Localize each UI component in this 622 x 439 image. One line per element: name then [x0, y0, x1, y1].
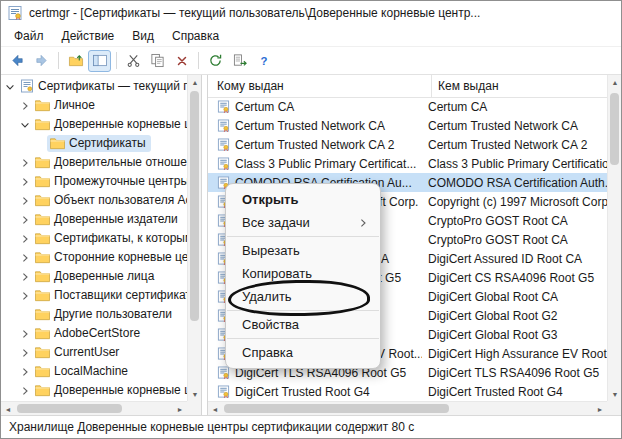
folder-icon [35, 156, 50, 169]
chevron-right-icon[interactable] [18, 329, 32, 339]
scroll-up-icon[interactable]: ▲ [608, 75, 621, 89]
list-vertical-scrollbar[interactable]: ▲ ▼ [607, 75, 621, 401]
tree-item-label: CurrentUser [54, 345, 119, 359]
tree-item[interactable]: Сертификаты [1, 134, 187, 153]
tree-item[interactable]: Объект пользователя Ас... [1, 191, 187, 210]
show-hide-tree-button[interactable] [88, 50, 111, 72]
chevron-right-icon[interactable] [18, 272, 32, 282]
folder-icon [35, 99, 50, 112]
column-header-issued-to[interactable]: Кому выдан [208, 75, 432, 97]
tree-item[interactable]: Поставщики сертификат... [1, 286, 187, 305]
tree-item[interactable]: CurrentUser [1, 343, 187, 362]
certificate-row[interactable]: DigiCert Trusted Root G4DigiCert Trusted… [208, 382, 607, 401]
scroll-down-icon[interactable]: ▼ [608, 387, 621, 401]
context-menu: ОткрытьВсе задачиВырезатьКопироватьУдали… [225, 183, 381, 369]
column-header-issued-by[interactable]: Кем выдан [432, 75, 607, 97]
chevron-down-icon[interactable] [3, 82, 17, 92]
issued-by-cell: CryptoPro GOST Root CA [422, 214, 607, 228]
chevron-right-icon[interactable] [18, 177, 32, 187]
tree-item[interactable]: Личное [1, 96, 187, 115]
menu-item-delete[interactable]: Удалить [226, 285, 380, 308]
certificate-row[interactable]: Class 3 Public Primary Certificat...Clas… [208, 154, 607, 173]
menu-item-help[interactable]: Справка [226, 341, 380, 364]
tree-item[interactable]: Доверенные издатели [1, 210, 187, 229]
certificate-row[interactable]: Certum CACertum CA [208, 97, 607, 116]
tree-item-label: Доверенные лица [54, 269, 154, 283]
menu-separator [227, 236, 379, 237]
tree-item[interactable]: Промежуточные центры... [1, 172, 187, 191]
status-text: Хранилище Доверенные корневые центры сер… [9, 420, 414, 434]
menu-item-all-tasks[interactable]: Все задачи [226, 211, 380, 234]
tree-item[interactable]: Сертификаты — текущий по... [1, 77, 187, 96]
tree-item[interactable]: Доверительные отношен... [1, 153, 187, 172]
menu-item-properties[interactable]: Свойства [226, 313, 380, 336]
tree-horizontal-scrollbar[interactable]: ◄ ► [1, 401, 187, 415]
window-title: certmgr - [Сертификаты — текущий пользов… [29, 6, 480, 20]
menubar-item[interactable]: Вид [123, 27, 163, 45]
tree-item[interactable]: Доверенные корневые ц... [1, 115, 187, 134]
menubar-item[interactable]: Действие [53, 27, 124, 45]
tree-item[interactable]: Доверенные лица [1, 267, 187, 286]
tree-vertical-scrollbar[interactable]: ▲ ▼ [187, 75, 201, 401]
tree-item[interactable]: LocalMachine [1, 362, 187, 381]
menu-item-open[interactable]: Открыть [226, 188, 380, 211]
back-button[interactable] [6, 50, 29, 72]
refresh-button[interactable] [204, 50, 227, 72]
issued-by-cell: DigiCert CS RSA4096 Root G5 [422, 271, 607, 285]
scrollbar-thumb[interactable] [610, 93, 619, 165]
export-list-button[interactable] [228, 50, 251, 72]
tree-item[interactable]: Сертификаты, к которым... [1, 229, 187, 248]
chevron-right-icon[interactable] [18, 367, 32, 377]
arrow-right-icon [34, 53, 49, 68]
scroll-up-icon[interactable]: ▲ [188, 75, 202, 89]
chevron-right-icon[interactable] [18, 386, 32, 396]
chevron-right-icon[interactable] [18, 196, 32, 206]
chevron-right-icon[interactable] [18, 291, 32, 301]
forward-button[interactable] [30, 50, 53, 72]
tree-item[interactable]: Другие пользователи [1, 305, 187, 324]
menubar-item[interactable]: Справка [163, 27, 228, 45]
scrollbar-thumb[interactable] [17, 404, 122, 413]
certificate-row[interactable]: Certum Trusted Network CACertum Trusted … [208, 116, 607, 135]
issued-by-cell: DigiCert High Assurance EV Root ... [422, 347, 607, 361]
scroll-left-icon[interactable]: ◄ [208, 402, 222, 415]
list-horizontal-scrollbar[interactable]: ◄ ► [208, 401, 607, 415]
chevron-right-icon[interactable] [18, 101, 32, 111]
delete-button[interactable] [170, 50, 193, 72]
scroll-left-icon[interactable]: ◄ [1, 402, 15, 415]
issued-by-cell: DigiCert Trusted Root G4 [422, 385, 607, 399]
issued-by-cell: DigiCert TLS RSA4096 Root G5 [422, 366, 607, 380]
chevron-right-icon[interactable] [18, 348, 32, 358]
chevron-down-icon[interactable] [18, 120, 32, 130]
menu-item-cut[interactable]: Вырезать [226, 239, 380, 262]
tree-item[interactable]: AdobeCertStore [1, 324, 187, 343]
tree-item-label: Сторонние корневые це... [54, 250, 187, 264]
scrollbar-thumb[interactable] [224, 404, 449, 413]
delete-x-icon [175, 54, 189, 68]
menubar-item[interactable]: Файл [5, 27, 53, 45]
scrollbar-corner [187, 401, 201, 415]
tree-item-label: LocalMachine [54, 364, 128, 378]
issued-by-cell: DigiCert Global Root CA [422, 290, 607, 304]
chevron-right-icon[interactable] [18, 215, 32, 225]
up-level-button[interactable] [64, 50, 87, 72]
tree-item[interactable]: Доверенные корневые ц... [1, 381, 187, 400]
help-button[interactable]: ? [252, 50, 275, 72]
scroll-right-icon[interactable]: ► [593, 402, 607, 415]
chevron-right-icon[interactable] [18, 234, 32, 244]
copy-button[interactable] [146, 50, 169, 72]
scroll-right-icon[interactable]: ► [173, 402, 187, 415]
chevron-right-icon[interactable] [18, 158, 32, 168]
folder-icon [35, 346, 50, 359]
tree-item-label: Личное [54, 98, 95, 112]
menu-item-copy[interactable]: Копировать [226, 262, 380, 285]
certificate-row[interactable]: Certum Trusted Network CA 2Certum Truste… [208, 135, 607, 154]
scroll-down-icon[interactable]: ▼ [188, 387, 202, 401]
folder-icon [35, 308, 50, 321]
scrollbar-thumb[interactable] [190, 91, 199, 321]
issued-to-cell: Class 3 Public Primary Certificat... [235, 157, 416, 171]
tree-item[interactable]: Сторонние корневые це... [1, 248, 187, 267]
refresh-icon [208, 53, 223, 68]
chevron-right-icon[interactable] [18, 253, 32, 263]
cut-button[interactable] [122, 50, 145, 72]
